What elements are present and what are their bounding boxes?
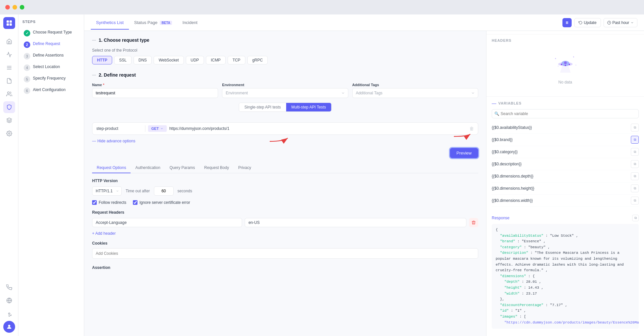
header-key-0[interactable] — [92, 218, 242, 227]
refresh-icon — [579, 21, 582, 25]
traffic-light-green[interactable] — [20, 5, 24, 10]
tab-query-params[interactable]: Query Params — [165, 163, 199, 173]
tab-authentication[interactable]: Authentication — [131, 163, 165, 173]
hide-options-toggle[interactable]: — Hide advance options — [92, 139, 478, 143]
sidebar-item-gear[interactable] — [3, 308, 15, 320]
traffic-light-red[interactable] — [5, 5, 10, 10]
protocol-websocket[interactable]: WebSocket — [154, 56, 184, 64]
delete-header-button-0[interactable] — [469, 218, 478, 227]
var-copy-5[interactable]: ⧉ — [631, 184, 639, 192]
sidebar-item-activity[interactable] — [3, 49, 15, 60]
tab-privacy[interactable]: Privacy — [234, 163, 256, 173]
method-badge[interactable]: GET — [148, 125, 167, 132]
follow-redirects-label[interactable]: Follow redirects — [92, 200, 126, 205]
var-item-3: {{$0.description}} ⧉ — [492, 158, 639, 170]
step-name-input[interactable] — [96, 126, 142, 131]
timeout-input[interactable] — [154, 186, 174, 196]
tab-status-page[interactable]: Status Page BETA — [129, 16, 177, 30]
sidebar-item-globe[interactable] — [3, 295, 15, 306]
protocol-icmp[interactable]: ICMP — [206, 56, 226, 64]
tab-synthetics-list[interactable]: Synthetics List — [91, 16, 129, 30]
variables-dash[interactable]: — — [492, 101, 496, 106]
step-number-2: 2 — [24, 41, 30, 48]
environment-label: Environment — [222, 83, 348, 87]
var-item-6: {{$0.dimensions.width}} ⧉ — [492, 195, 639, 207]
step-number-1: ✓ — [24, 30, 30, 36]
delete-request-icon[interactable]: 🗑 — [469, 126, 474, 131]
variable-search-input[interactable] — [492, 109, 639, 118]
step-item-2[interactable]: 2 Define Request — [22, 39, 80, 50]
cookies-input[interactable] — [92, 248, 478, 259]
single-step-btn[interactable]: Single-step API tests — [239, 103, 286, 111]
sidebar-item-home[interactable] — [3, 36, 15, 47]
logo-icon — [6, 20, 12, 26]
step-item-1[interactable]: ✓ Choose Request Type — [22, 28, 80, 38]
users-icon — [6, 91, 12, 97]
sidebar-item-layers[interactable] — [3, 114, 15, 126]
sidebar-item-list[interactable] — [3, 62, 15, 74]
var-copy-3[interactable]: ⧉ — [631, 160, 639, 168]
response-copy-button[interactable]: ⧉ — [632, 215, 639, 221]
sidebar-item-shield[interactable] — [3, 101, 15, 113]
name-input[interactable] — [92, 88, 218, 98]
section2-collapse[interactable]: — — [92, 73, 96, 77]
step-item-3[interactable]: 3 Define Assertions — [22, 51, 80, 61]
url-input[interactable] — [169, 126, 467, 131]
sidebar-item-document[interactable] — [3, 75, 15, 87]
response-code: { "availabilityStatus" : "Low Stock" , "… — [492, 224, 639, 329]
var-copy-6[interactable]: ⧉ — [631, 197, 639, 204]
sidebar-item-users[interactable] — [3, 88, 15, 100]
method-chevron-icon — [160, 127, 163, 130]
protocol-dns[interactable]: DNS — [134, 56, 152, 64]
protocol-ssl[interactable]: SSL — [114, 56, 132, 64]
svg-point-18 — [573, 57, 574, 58]
tab-incident[interactable]: Incident — [177, 16, 203, 30]
time-range-button[interactable]: Past hour — [604, 18, 637, 27]
svg-rect-15 — [567, 21, 568, 24]
add-header-button[interactable]: + Add header — [92, 230, 116, 237]
var-name-5: {{$0.dimensions.height}} — [492, 186, 534, 191]
step-number-3: 3 — [24, 53, 30, 60]
app-logo[interactable] — [3, 17, 15, 29]
step-item-5[interactable]: 5 Specify Frequency — [22, 74, 80, 84]
step-item-4[interactable]: 4 Select Location — [22, 62, 80, 73]
ignore-cert-checkbox[interactable] — [133, 200, 137, 205]
preview-button[interactable]: Preview — [450, 148, 478, 158]
header-value-0[interactable] — [245, 218, 466, 227]
tab-request-options[interactable]: Request Options — [92, 163, 131, 173]
update-button[interactable]: Update — [574, 18, 601, 27]
protocol-http[interactable]: HTTP — [92, 56, 112, 64]
step-number-5: 5 — [24, 76, 30, 83]
sidebar-item-settings[interactable] — [3, 128, 15, 139]
var-copy-2[interactable]: ⧉ — [631, 148, 639, 156]
request-headers-title: Request Headers — [92, 210, 478, 215]
protocol-label: Select one of the Protocol — [92, 48, 478, 53]
follow-redirects-checkbox[interactable] — [92, 200, 97, 205]
protocol-tcp[interactable]: TCP — [228, 56, 245, 64]
steps-panel: STEPS ✓ Choose Request Type 2 Define Req… — [18, 14, 84, 336]
traffic-light-yellow[interactable] — [12, 5, 17, 10]
step-label-6: Alert Configuration — [33, 87, 65, 93]
tags-select[interactable]: Additional Tags — [352, 88, 478, 98]
step-label-2: Define Request — [33, 41, 60, 47]
step-item-6[interactable]: 6 Alert Configuration — [22, 85, 80, 96]
var-item-5: {{$0.dimensions.height}} ⧉ — [492, 182, 639, 195]
variables-section: — VARIABLES 🔍 {{$0.availabilityStatus}} … — [486, 97, 644, 211]
svg-point-26 — [565, 65, 566, 66]
phone-icon — [6, 284, 12, 290]
section1-collapse[interactable]: — — [92, 38, 96, 42]
var-copy-0[interactable]: ⧉ — [631, 124, 639, 132]
environment-select[interactable]: Environment — [222, 88, 348, 98]
protocol-grpc[interactable]: gRPC — [247, 56, 268, 64]
gear-icon — [6, 311, 12, 317]
var-copy-1[interactable]: ⧉ — [631, 136, 639, 144]
var-copy-4[interactable]: ⧉ — [631, 172, 639, 180]
sidebar-item-phone[interactable] — [3, 281, 15, 293]
tab-request-body[interactable]: Request Body — [200, 163, 234, 173]
multi-step-btn[interactable]: Multi-step API Tests — [286, 103, 331, 111]
http-version-select[interactable]: HTTP/1.1 HTTP/2 — [92, 186, 122, 196]
sidebar-item-avatar[interactable] — [3, 321, 15, 333]
pause-button[interactable] — [562, 18, 572, 27]
ignore-cert-label[interactable]: Ignore server certificate error — [133, 200, 190, 205]
protocol-udp[interactable]: UDP — [186, 56, 204, 64]
